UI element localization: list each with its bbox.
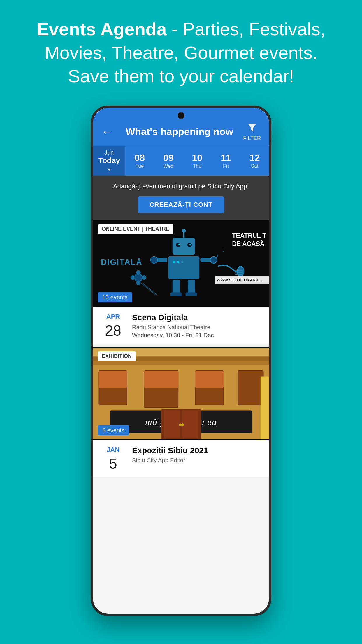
event-day: 28 <box>105 323 121 338</box>
svg-point-4 <box>187 242 192 247</box>
svg-rect-45 <box>144 371 178 388</box>
filter-label: FILTER <box>243 135 261 141</box>
event-info-exhibition: JAN 5 Expoziții Sibiu 2021 Sibiu City Ap… <box>93 440 269 477</box>
svg-text:TEATRUL T: TEATRUL T <box>232 232 266 239</box>
event-info-scena: APR 28 Scena Digitala Radu Stanca Nation… <box>93 307 269 344</box>
svg-rect-19 <box>170 292 182 296</box>
today-button[interactable]: Jun Today ▾ <box>93 146 125 176</box>
svg-text:DE ACASĂ: DE ACASĂ <box>232 240 264 247</box>
svg-rect-9 <box>168 256 199 279</box>
svg-rect-48 <box>238 371 263 405</box>
svg-text:DIGITALĂ: DIGITALĂ <box>101 257 142 266</box>
svg-rect-47 <box>195 371 224 388</box>
date-day-12[interactable]: 12 Sat <box>240 146 269 176</box>
date-day-10[interactable]: 10 Thu <box>183 146 212 176</box>
event-title-scena: Scena Digitala <box>132 313 262 322</box>
event-count-badge: 15 events <box>98 292 132 302</box>
event-title-exhibition: Expoziții Sibiu 2021 <box>132 446 262 455</box>
svg-rect-36 <box>235 270 243 271</box>
svg-rect-53 <box>182 410 198 438</box>
event-venue-scena: Radu Stanca National Theatre <box>132 324 262 331</box>
event-card-scena-digitala[interactable]: ♪ ♩ DIGITALĂ TEATRUL T DE ACASĂ WWW.SCEN… <box>93 220 269 344</box>
exhibition-date-col: JAN 5 <box>100 446 126 471</box>
svg-rect-2 <box>173 238 195 255</box>
date-day-09[interactable]: 09 Wed <box>154 146 183 176</box>
svg-point-10 <box>173 261 175 263</box>
event-tag-exhibition: EXHIBITION <box>98 351 136 361</box>
svg-point-55 <box>181 423 184 426</box>
app-screen: ← What's happening now FILTER Ju <box>93 108 269 614</box>
create-account-button[interactable]: CREEAZĂ-ȚI CONT <box>138 196 224 213</box>
exhibition-count-badge: 5 events <box>98 425 129 435</box>
event-image-exhibition: mă gândesc la ea <box>93 347 269 440</box>
current-month: Jun <box>104 149 114 156</box>
event-date-col: APR 28 <box>100 313 126 338</box>
promo-banner: Adaugă-ți evenimentul gratuit pe Sibiu C… <box>93 176 269 220</box>
filter-icon <box>247 122 257 135</box>
svg-rect-20 <box>186 292 197 296</box>
date-days-list: 08 Tue 09 Wed 10 Thu 11 Fri 12 Sat <box>125 146 269 176</box>
svg-rect-43 <box>99 371 127 388</box>
svg-point-8 <box>182 229 186 233</box>
event-datetime-scena: Wednesday, 10:30 - Fri, 31 Dec <box>132 332 262 339</box>
promo-text: Adaugă-ți evenimentul gratuit pe Sibiu C… <box>101 182 261 191</box>
header-tagline: Events Agenda - Parties, Festivals, Movi… <box>0 0 362 100</box>
event-tag-online-theatre: ONLINE EVENT | THEATRE <box>98 224 173 234</box>
event-month: APR <box>106 313 120 321</box>
date-day-08[interactable]: 08 Tue <box>125 146 154 176</box>
svg-text:♪: ♪ <box>215 251 219 259</box>
svg-rect-18 <box>188 280 195 294</box>
svg-point-11 <box>177 261 179 263</box>
svg-point-22 <box>131 275 135 280</box>
event-image-scena: ♪ ♩ DIGITALĂ TEATRUL T DE ACASĂ WWW.SCEN… <box>93 220 269 307</box>
svg-text:♩: ♩ <box>222 247 224 253</box>
chevron-down-icon: ▾ <box>108 166 110 173</box>
svg-rect-17 <box>173 280 180 294</box>
svg-point-5 <box>178 243 180 245</box>
svg-point-25 <box>136 280 141 285</box>
event-details-scena: Scena Digitala Radu Stanca National Thea… <box>132 313 262 339</box>
exhibition-month: JAN <box>107 446 120 454</box>
svg-point-12 <box>181 261 184 263</box>
phone-camera <box>178 112 184 119</box>
svg-rect-38 <box>235 274 243 275</box>
date-day-11[interactable]: 11 Fri <box>212 146 240 176</box>
phone-mockup: ← What's happening now FILTER Ju <box>0 106 362 616</box>
event-card-exhibition[interactable]: mă gândesc la ea <box>93 347 269 477</box>
svg-marker-0 <box>248 124 256 131</box>
svg-rect-52 <box>164 410 180 438</box>
today-label: Today <box>98 156 120 165</box>
svg-point-6 <box>189 243 191 245</box>
filter-button[interactable]: FILTER <box>243 122 261 141</box>
svg-point-21 <box>134 274 142 281</box>
svg-point-15 <box>151 256 157 263</box>
event-venue-exhibition: Sibiu City App Editor <box>132 457 262 464</box>
toolbar-title: What's happening now <box>116 126 243 137</box>
event-details-exhibition: Expoziții Sibiu 2021 Sibiu City App Edit… <box>132 446 262 465</box>
svg-point-24 <box>136 270 141 275</box>
svg-rect-37 <box>235 272 243 273</box>
exhibition-day: 5 <box>109 456 117 471</box>
back-button[interactable]: ← <box>101 125 116 138</box>
header-title-bold: Events Agenda <box>37 19 167 39</box>
date-strip: Jun Today ▾ 08 Tue 09 Wed 10 Thu 11 Fri <box>93 146 269 176</box>
phone-frame: ← What's happening now FILTER Ju <box>91 106 271 616</box>
svg-point-3 <box>176 242 180 247</box>
svg-rect-56 <box>261 376 269 439</box>
svg-text:WWW.SCENA-DIGITAL...: WWW.SCENA-DIGITAL... <box>217 278 262 282</box>
svg-point-23 <box>142 275 147 280</box>
